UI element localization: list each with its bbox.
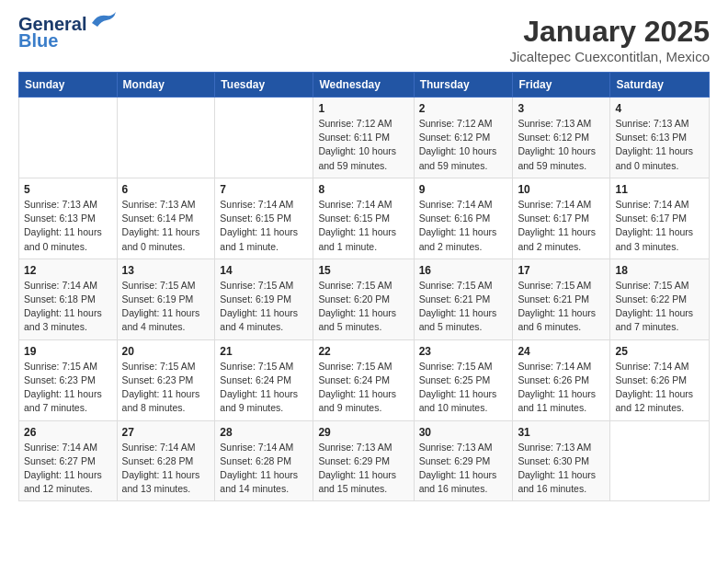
calendar-week-row: 19Sunrise: 7:15 AMSunset: 6:23 PMDayligh…	[19, 339, 710, 420]
table-row: 28Sunrise: 7:14 AMSunset: 6:28 PMDayligh…	[215, 420, 313, 501]
table-row: 16Sunrise: 7:15 AMSunset: 6:21 PMDayligh…	[414, 259, 513, 339]
day-info: Sunrise: 7:14 AMSunset: 6:15 PMDaylight:…	[318, 198, 408, 254]
table-row: 9Sunrise: 7:14 AMSunset: 6:16 PMDaylight…	[414, 178, 513, 259]
day-number: 22	[318, 345, 408, 358]
day-info: Sunrise: 7:12 AMSunset: 6:11 PMDaylight:…	[318, 117, 408, 173]
day-info: Sunrise: 7:15 AMSunset: 6:21 PMDaylight:…	[518, 279, 605, 335]
logo-bird-icon	[88, 10, 118, 30]
table-row: 4Sunrise: 7:13 AMSunset: 6:13 PMDaylight…	[610, 98, 710, 178]
day-info: Sunrise: 7:13 AMSunset: 6:13 PMDaylight:…	[615, 117, 704, 173]
day-number: 11	[615, 183, 704, 196]
table-row: 1Sunrise: 7:12 AMSunset: 6:11 PMDaylight…	[313, 98, 414, 178]
calendar-week-row: 1Sunrise: 7:12 AMSunset: 6:11 PMDaylight…	[19, 98, 710, 178]
day-info: Sunrise: 7:15 AMSunset: 6:22 PMDaylight:…	[615, 279, 704, 335]
table-row: 20Sunrise: 7:15 AMSunset: 6:23 PMDayligh…	[117, 339, 215, 420]
day-info: Sunrise: 7:15 AMSunset: 6:19 PMDaylight:…	[122, 279, 210, 335]
day-info: Sunrise: 7:13 AMSunset: 6:12 PMDaylight:…	[518, 117, 605, 173]
day-info: Sunrise: 7:14 AMSunset: 6:27 PMDaylight:…	[24, 441, 112, 497]
table-row: 2Sunrise: 7:12 AMSunset: 6:12 PMDaylight…	[414, 98, 513, 178]
table-row: 13Sunrise: 7:15 AMSunset: 6:19 PMDayligh…	[117, 259, 215, 339]
calendar-week-row: 5Sunrise: 7:13 AMSunset: 6:13 PMDaylight…	[19, 178, 710, 259]
day-info: Sunrise: 7:14 AMSunset: 6:18 PMDaylight:…	[24, 279, 112, 335]
table-row: 18Sunrise: 7:15 AMSunset: 6:22 PMDayligh…	[610, 259, 710, 339]
day-number: 9	[419, 183, 508, 196]
table-row	[19, 98, 118, 178]
day-info: Sunrise: 7:15 AMSunset: 6:21 PMDaylight:…	[419, 279, 508, 335]
col-thursday: Thursday	[414, 73, 513, 98]
day-info: Sunrise: 7:15 AMSunset: 6:24 PMDaylight:…	[220, 360, 308, 416]
day-number: 18	[615, 264, 704, 277]
day-number: 8	[318, 183, 408, 196]
calendar-table: Sunday Monday Tuesday Wednesday Thursday…	[18, 72, 710, 501]
day-number: 20	[122, 345, 210, 358]
day-info: Sunrise: 7:14 AMSunset: 6:26 PMDaylight:…	[518, 360, 605, 416]
table-row: 22Sunrise: 7:15 AMSunset: 6:24 PMDayligh…	[313, 339, 414, 420]
day-info: Sunrise: 7:15 AMSunset: 6:19 PMDaylight:…	[220, 279, 308, 335]
table-row: 25Sunrise: 7:14 AMSunset: 6:26 PMDayligh…	[610, 339, 710, 420]
table-row: 8Sunrise: 7:14 AMSunset: 6:15 PMDaylight…	[313, 178, 414, 259]
table-row: 24Sunrise: 7:14 AMSunset: 6:26 PMDayligh…	[513, 339, 610, 420]
day-number: 25	[615, 345, 704, 358]
table-row: 23Sunrise: 7:15 AMSunset: 6:25 PMDayligh…	[414, 339, 513, 420]
day-number: 27	[122, 426, 210, 439]
table-row: 14Sunrise: 7:15 AMSunset: 6:19 PMDayligh…	[215, 259, 313, 339]
col-monday: Monday	[117, 73, 215, 98]
day-number: 19	[24, 345, 112, 358]
day-number: 10	[518, 183, 605, 196]
day-number: 6	[122, 183, 210, 196]
day-number: 29	[318, 426, 408, 439]
logo-blue: Blue	[18, 31, 58, 50]
page: General Blue January 2025 Jicaltepec Cue…	[0, 0, 728, 511]
table-row: 17Sunrise: 7:15 AMSunset: 6:21 PMDayligh…	[513, 259, 610, 339]
calendar-header-row: Sunday Monday Tuesday Wednesday Thursday…	[19, 73, 710, 98]
day-number: 14	[220, 264, 308, 277]
table-row: 30Sunrise: 7:13 AMSunset: 6:29 PMDayligh…	[414, 420, 513, 501]
table-row: 31Sunrise: 7:13 AMSunset: 6:30 PMDayligh…	[513, 420, 610, 501]
day-info: Sunrise: 7:13 AMSunset: 6:14 PMDaylight:…	[122, 198, 210, 254]
day-info: Sunrise: 7:15 AMSunset: 6:24 PMDaylight:…	[318, 360, 408, 416]
col-friday: Friday	[513, 73, 610, 98]
day-info: Sunrise: 7:15 AMSunset: 6:23 PMDaylight:…	[24, 360, 112, 416]
table-row: 12Sunrise: 7:14 AMSunset: 6:18 PMDayligh…	[19, 259, 118, 339]
day-info: Sunrise: 7:14 AMSunset: 6:17 PMDaylight:…	[615, 198, 704, 254]
day-number: 4	[615, 102, 704, 115]
day-number: 1	[318, 102, 408, 115]
day-info: Sunrise: 7:13 AMSunset: 6:29 PMDaylight:…	[318, 441, 408, 497]
col-sunday: Sunday	[19, 73, 118, 98]
day-info: Sunrise: 7:15 AMSunset: 6:23 PMDaylight:…	[122, 360, 210, 416]
day-info: Sunrise: 7:14 AMSunset: 6:28 PMDaylight:…	[122, 441, 210, 497]
day-number: 28	[220, 426, 308, 439]
day-info: Sunrise: 7:15 AMSunset: 6:20 PMDaylight:…	[318, 279, 408, 335]
day-number: 3	[518, 102, 605, 115]
table-row: 26Sunrise: 7:14 AMSunset: 6:27 PMDayligh…	[19, 420, 118, 501]
day-number: 5	[24, 183, 112, 196]
table-row: 19Sunrise: 7:15 AMSunset: 6:23 PMDayligh…	[19, 339, 118, 420]
table-row: 11Sunrise: 7:14 AMSunset: 6:17 PMDayligh…	[610, 178, 710, 259]
day-info: Sunrise: 7:13 AMSunset: 6:13 PMDaylight:…	[24, 198, 112, 254]
table-row	[215, 98, 313, 178]
table-row: 5Sunrise: 7:13 AMSunset: 6:13 PMDaylight…	[19, 178, 118, 259]
table-row	[610, 420, 710, 501]
table-row: 6Sunrise: 7:13 AMSunset: 6:14 PMDaylight…	[117, 178, 215, 259]
header: General Blue January 2025 Jicaltepec Cue…	[18, 15, 710, 64]
calendar-title: January 2025	[509, 15, 710, 49]
day-info: Sunrise: 7:14 AMSunset: 6:28 PMDaylight:…	[220, 441, 308, 497]
day-info: Sunrise: 7:12 AMSunset: 6:12 PMDaylight:…	[419, 117, 508, 173]
day-info: Sunrise: 7:14 AMSunset: 6:16 PMDaylight:…	[419, 198, 508, 254]
calendar-subtitle: Jicaltepec Cuexcontitlan, Mexico	[509, 49, 710, 64]
day-number: 15	[318, 264, 408, 277]
day-number: 2	[419, 102, 508, 115]
day-number: 23	[419, 345, 508, 358]
day-number: 21	[220, 345, 308, 358]
day-number: 31	[518, 426, 605, 439]
day-number: 24	[518, 345, 605, 358]
table-row: 29Sunrise: 7:13 AMSunset: 6:29 PMDayligh…	[313, 420, 414, 501]
day-info: Sunrise: 7:14 AMSunset: 6:17 PMDaylight:…	[518, 198, 605, 254]
calendar-week-row: 26Sunrise: 7:14 AMSunset: 6:27 PMDayligh…	[19, 420, 710, 501]
day-number: 30	[419, 426, 508, 439]
day-info: Sunrise: 7:13 AMSunset: 6:30 PMDaylight:…	[518, 441, 605, 497]
col-wednesday: Wednesday	[313, 73, 414, 98]
day-info: Sunrise: 7:14 AMSunset: 6:26 PMDaylight:…	[615, 360, 704, 416]
day-info: Sunrise: 7:13 AMSunset: 6:29 PMDaylight:…	[419, 441, 508, 497]
day-number: 7	[220, 183, 308, 196]
